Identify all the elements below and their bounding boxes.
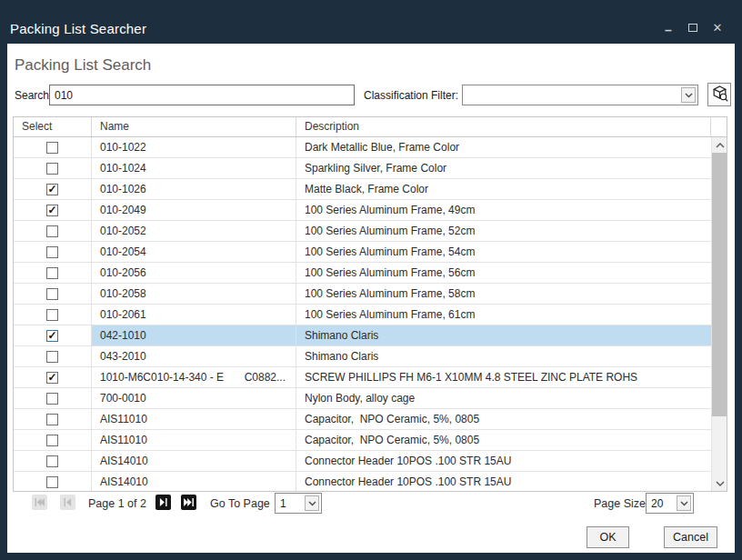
row-checkbox[interactable] [46,267,58,279]
row-name-cell: 010-1026 [92,179,296,199]
row-select-cell [14,242,92,262]
table-row[interactable]: 010-1024Sparkling Silver, Frame Color [14,158,711,179]
checkmark-icon: ✓ [47,205,56,215]
table-row[interactable]: 010-2054100 Series Aluminum Frame, 54cm [14,242,711,263]
row-select-cell [14,263,92,283]
table-row[interactable]: 010-2058100 Series Aluminum Frame, 58cm [14,284,711,305]
row-name: 042-1010 [100,329,146,342]
scroll-up-icon[interactable] [712,137,727,153]
row-name: 010-2052 [100,225,146,237]
row-name: 010-2058 [100,287,146,300]
row-checkbox[interactable] [46,288,58,300]
row-description-cell: 100 Series Aluminum Frame, 56cm [296,263,711,283]
next-page-icon [158,498,168,506]
last-page-button[interactable] [181,495,196,510]
close-icon[interactable]: ✕ [711,20,724,35]
row-name: AIS14010 [100,475,148,488]
row-name: 010-1022 [100,141,146,154]
checkmark-icon: ✓ [47,373,56,382]
first-page-icon [35,498,45,506]
table-row[interactable]: 010-2056100 Series Aluminum Frame, 56cm [14,263,711,284]
vertical-scrollbar[interactable] [711,137,727,491]
last-page-icon [184,498,194,506]
row-name-cell: 010-2052 [92,221,296,241]
table-row[interactable]: 043-2010Shimano Claris [14,346,711,367]
table-row[interactable]: ✓042-1010Shimano Claris [14,325,711,346]
classification-filter-combobox[interactable] [462,85,698,105]
go-to-page-combobox[interactable]: 1 [275,493,322,514]
table-row[interactable]: 010-2061100 Series Aluminum Frame, 61cm [14,305,711,325]
chevron-down-icon[interactable] [681,87,696,103]
ok-button[interactable]: OK [587,526,629,548]
table-row[interactable]: ✓010-2049100 Series Aluminum Frame, 49cm [14,200,711,221]
row-checkbox[interactable] [46,476,58,488]
row-checkbox[interactable]: ✓ [46,372,58,384]
row-description-cell: Capacitor, NPO Ceramic, 5%, 0805 [296,430,711,450]
row-checkbox[interactable] [46,414,58,425]
table-row[interactable]: 700-0010Nylon Body, alloy cage [14,388,711,409]
cube-search-icon [711,85,728,105]
row-name-extra: C0882... [245,371,286,384]
column-header-name[interactable]: Name [92,117,296,136]
row-select-cell: ✓ [14,367,92,387]
table-row[interactable]: ✓1010-M6C010-14-340 - EC0882...SCREW PHI… [14,367,711,388]
row-select-cell: ✓ [14,179,92,199]
row-checkbox[interactable] [46,351,58,363]
row-description-cell: Connector Header 10POS .100 STR 15AU [296,451,711,471]
row-checkbox[interactable] [46,435,58,446]
chevron-down-icon[interactable] [677,495,691,511]
row-name: 043-2010 [100,350,146,363]
next-page-button[interactable] [155,495,171,510]
checkmark-icon: ✓ [47,185,56,194]
row-checkbox[interactable]: ✓ [46,184,58,195]
row-name-cell: 700-0010 [92,388,296,408]
column-header-spacer [711,117,727,136]
row-name: 010-2056 [100,266,146,279]
row-select-cell [14,284,92,304]
page-size-combobox[interactable]: 20 [646,493,694,514]
row-checkbox[interactable] [46,142,58,154]
row-name: 010-2049 [100,204,146,216]
table-row[interactable]: AIS14010Connector Header 10POS .100 STR … [14,472,711,492]
table-row[interactable]: ✓010-1026Matte Black, Frame Color [14,179,711,200]
column-header-select[interactable]: Select [14,117,92,136]
row-name-cell: 010-2049 [92,200,296,220]
classification-browse-button[interactable] [707,83,731,106]
scrollbar-thumb[interactable] [712,153,727,416]
row-checkbox[interactable] [46,225,58,237]
row-description-cell: SCREW PHILLIPS FH M6-1 X10MM 4.8 STEEL Z… [296,367,711,387]
table-row[interactable]: AIS11010Capacitor, NPO Ceramic, 5%, 0805 [14,430,711,451]
row-checkbox[interactable] [46,309,58,321]
scroll-down-icon[interactable] [712,475,727,491]
row-checkbox[interactable]: ✓ [46,205,58,216]
row-checkbox[interactable] [46,455,58,467]
column-header-description[interactable]: Description [296,117,711,136]
row-name: 010-1024 [100,162,146,175]
row-description-cell: 100 Series Aluminum Frame, 61cm [296,305,711,325]
row-name-cell: 043-2010 [92,346,296,366]
maximize-icon[interactable] [687,20,699,35]
row-description-cell: Shimano Claris [296,346,711,366]
row-checkbox[interactable] [46,246,58,258]
table-row[interactable]: AIS14010Connector Header 10POS .100 STR … [14,451,711,472]
row-checkbox[interactable] [46,393,58,405]
row-description-cell: Shimano Claris [296,325,711,345]
maximize-glyph [688,24,697,32]
minimize-icon[interactable]: – [662,20,675,35]
table-row[interactable]: 010-1022Dark Metallic Blue, Frame Color [14,137,711,158]
row-description-cell: Matte Black, Frame Color [296,179,711,199]
chevron-down-icon[interactable] [305,495,319,511]
table-row[interactable]: AIS11010Capacitor, NPO Ceramic, 5%, 0805 [14,409,711,430]
row-checkbox[interactable]: ✓ [46,330,58,342]
row-select-cell: ✓ [14,200,92,220]
search-input[interactable] [49,85,355,105]
row-description-cell: 100 Series Aluminum Frame, 49cm [296,200,711,220]
row-select-cell [14,451,92,471]
page-size-value: 20 [651,494,663,513]
cancel-button[interactable]: Cancel [664,526,717,548]
first-page-button[interactable] [32,495,47,510]
previous-page-button[interactable] [60,495,75,510]
row-checkbox[interactable] [46,163,58,175]
table-row[interactable]: 010-2052100 Series Aluminum Frame, 52cm [14,221,711,242]
row-name-cell: AIS14010 [92,451,296,471]
